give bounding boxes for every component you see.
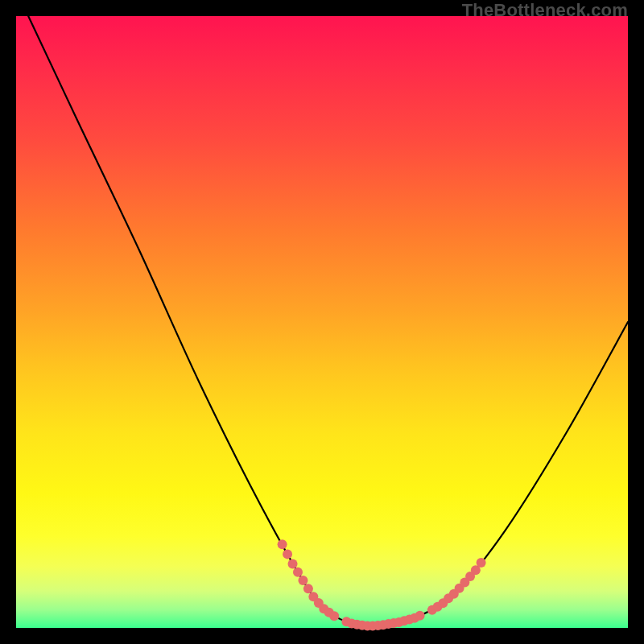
- curve-marker-dot: [477, 558, 486, 568]
- curve-marker-dot: [288, 559, 298, 569]
- curve-marker-dot: [415, 611, 425, 621]
- plot-area: [16, 16, 628, 628]
- curve-marker-dot: [278, 539, 287, 549]
- curve-marker-dot: [303, 584, 313, 593]
- curve-marker-dot: [298, 576, 308, 585]
- chart-frame: TheBottleneck.com: [0, 0, 644, 644]
- curve-marker-dot: [283, 549, 292, 559]
- bottleneck-curve: [28, 16, 628, 626]
- curve-markers: [278, 539, 486, 630]
- curve-marker-dot: [293, 568, 303, 577]
- curve-svg: [16, 16, 628, 628]
- curve-marker-dot: [329, 611, 339, 621]
